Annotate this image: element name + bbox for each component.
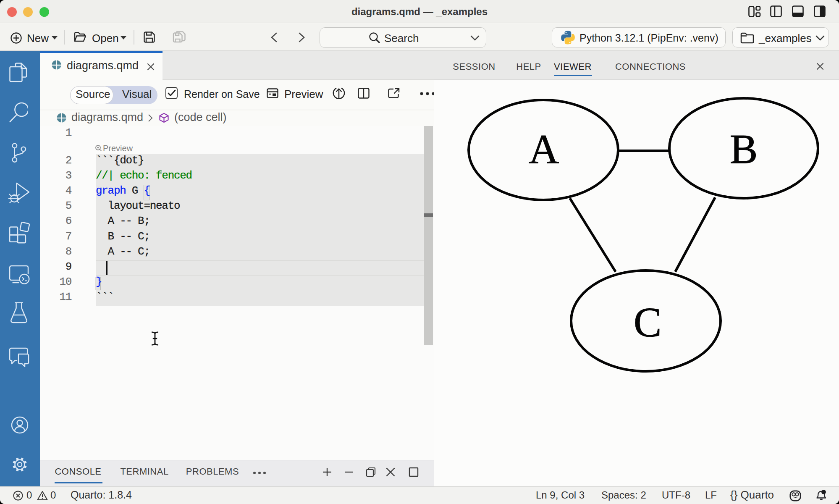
svg-text:C: C xyxy=(634,299,662,345)
svg-text:B: B xyxy=(730,126,758,172)
svg-text:A: A xyxy=(529,126,559,173)
